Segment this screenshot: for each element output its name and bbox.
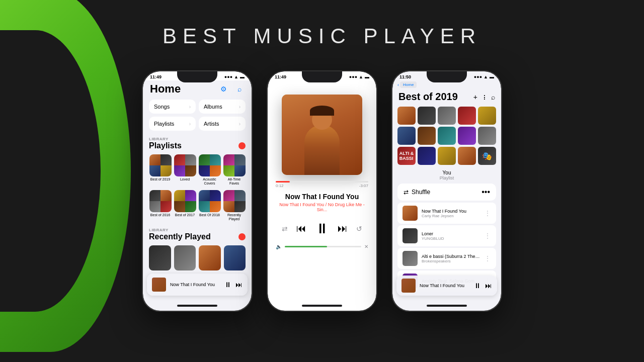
album-2[interactable]: [418, 107, 436, 125]
t5: [174, 154, 185, 165]
phone-3-search-icon[interactable]: ⌕: [491, 93, 495, 101]
nav-songs[interactable]: Songs ›: [149, 100, 196, 114]
phone-2-time: 11:49: [275, 74, 286, 79]
p3-pause-button[interactable]: ⏸: [474, 282, 481, 290]
recentlyplayed-label: Recently Played: [223, 213, 246, 222]
pause-button[interactable]: ⏸: [224, 281, 231, 289]
album-10[interactable]: [478, 127, 496, 145]
phone-3-signal-icon: ●●●: [474, 74, 482, 79]
add-icon[interactable]: +: [473, 93, 477, 101]
album-13[interactable]: [438, 147, 456, 165]
playlist-alltimefaves[interactable]: All-Time Faves: [223, 154, 246, 186]
playlist-acoustic[interactable]: Acoustic Covers: [198, 154, 221, 186]
album-6[interactable]: [397, 127, 416, 145]
filter-icon[interactable]: ⫶: [482, 93, 486, 101]
volume-fill: [285, 246, 327, 247]
album-11[interactable]: ALTI &BASSI: [397, 147, 416, 165]
recently-played-thumbs: [143, 243, 252, 273]
phone-1-now-playing-bar: Now That I Found You ⏸ ⏭: [147, 274, 248, 296]
t29: [223, 190, 234, 201]
song-row-1[interactable]: Now That I Found You Carly Rae Jepsen ⋮: [397, 203, 496, 224]
volume-bar[interactable]: [285, 246, 361, 247]
prev-button[interactable]: ⏮: [296, 223, 306, 234]
t26: [210, 190, 221, 201]
phone-1-status-right: ●●● ▲ ▬: [224, 74, 245, 79]
phones-container: 11:49 ●●● ▲ ▬ Home ⚙ ⌕: [0, 70, 644, 312]
album-14[interactable]: [458, 147, 476, 165]
playlists-title: Playlists: [149, 141, 182, 150]
phone-1-settings-icon[interactable]: ⚙: [218, 84, 228, 94]
nav-playlists[interactable]: Playlists ›: [149, 117, 196, 131]
volume-close-icon[interactable]: ✕: [364, 244, 368, 249]
shuffle-row: ⇄ Shuffle •••: [397, 184, 496, 201]
playlists-title-row: Playlists: [149, 141, 246, 150]
album-1[interactable]: [397, 107, 416, 125]
phone-1-wifi-icon: ▲: [234, 74, 238, 79]
shuffle-button[interactable]: ⇄: [282, 225, 288, 233]
nav-albums-arrow: ›: [239, 104, 240, 110]
acoustic-label: Acoustic Covers: [198, 177, 221, 186]
t25: [199, 190, 210, 201]
album-4[interactable]: [458, 107, 476, 125]
song-row-2[interactable]: Loner YUNGBLUD ⋮: [397, 225, 496, 246]
forward-button[interactable]: ⏭: [235, 281, 243, 289]
song-art-2: [403, 228, 418, 243]
playlist-recentlyplayed[interactable]: Recently Played: [223, 190, 246, 222]
best2019-label: Best of 2019: [150, 177, 170, 182]
nav-artists-arrow: ›: [239, 121, 240, 127]
nav-artists[interactable]: Artists ›: [199, 117, 246, 131]
alltimefaves-label: All-Time Faves: [223, 177, 246, 186]
album-7[interactable]: [418, 127, 436, 145]
rp-thumb-4: [224, 245, 246, 270]
phone-3-screen: 11:50 ●●● ▲ ▬ ‹ Home Best of 2019 + ⫶ ⌕: [392, 71, 501, 311]
best2016-thumb: [149, 190, 172, 212]
progress-bar[interactable]: [276, 181, 368, 183]
shuffle-button-3[interactable]: ⇄ Shuffle: [404, 189, 430, 196]
next-button[interactable]: ⏭: [338, 223, 348, 234]
now-playing-title: Now That I Found You: [170, 282, 220, 287]
album-3[interactable]: [438, 107, 456, 125]
song-more-3[interactable]: ⋮: [484, 254, 491, 262]
t28: [210, 201, 221, 212]
nav-songs-arrow: ›: [189, 104, 191, 110]
page-title: BEST MUSIC PLAYER: [0, 24, 644, 48]
more-options-icon[interactable]: •••: [481, 188, 490, 197]
song-info-1: Now That I Found You Carly Rae Jepsen: [422, 209, 480, 218]
playlist-best2016[interactable]: Best of 2016: [149, 190, 172, 222]
song-row-3[interactable]: Alti e bassi (Suburra 2 Theme) (feat Bro…: [397, 248, 496, 269]
phone-1-search-icon[interactable]: ⌕: [234, 84, 245, 94]
t8: [185, 165, 196, 176]
album-5[interactable]: [478, 107, 496, 125]
player-song-subtitle: Now That I Found You / No Drug Like Me -…: [268, 201, 376, 216]
song-title-3: Alti e bassi (Suburra 2 Theme) (feat: [422, 254, 480, 259]
album-9[interactable]: [458, 127, 476, 145]
play-pause-button[interactable]: ⏸: [315, 220, 329, 237]
phone-3-frame: 11:50 ●●● ▲ ▬ ‹ Home Best of 2019 + ⫶ ⌕: [391, 70, 502, 312]
t17: [149, 190, 160, 201]
album-12[interactable]: [418, 147, 436, 165]
playlist-best2017[interactable]: Best of 2017: [174, 190, 196, 222]
song-more-1[interactable]: ⋮: [484, 209, 491, 217]
phone-3-status-right: ●●● ▲ ▬: [474, 74, 494, 79]
phone-1-battery-icon: ▬: [240, 74, 245, 79]
t15: [223, 165, 234, 176]
playlist-loved[interactable]: Loved: [174, 154, 196, 186]
nav-albums[interactable]: Albums ›: [199, 100, 246, 114]
album-8[interactable]: [438, 127, 456, 145]
phone-2-frame: 11:49 ●●● ▲ ▬: [267, 70, 377, 312]
selected-playlist: You Playlist: [392, 168, 501, 182]
t13: [223, 154, 234, 165]
progress-times: 0:12 -3:07: [276, 184, 368, 188]
song-more-2[interactable]: ⋮: [484, 232, 491, 240]
shuffle-label: Shuffle: [412, 189, 430, 196]
recentlyplayed-thumb: [223, 190, 246, 212]
best2018-label: Best Of 2018: [199, 213, 220, 217]
p3-forward-button[interactable]: ⏭: [485, 282, 492, 290]
album-art-grid: ALTI &BASSI 🎭: [392, 107, 501, 168]
repeat-button[interactable]: ↺: [356, 225, 362, 233]
song-artist-2: YUNGBLUD: [422, 236, 480, 241]
playlist-best2019[interactable]: Best of 2019: [149, 154, 172, 186]
album-15[interactable]: 🎭: [478, 147, 496, 165]
time-total: -3:07: [359, 184, 368, 188]
playlist-best2018[interactable]: Best Of 2018: [198, 190, 221, 222]
